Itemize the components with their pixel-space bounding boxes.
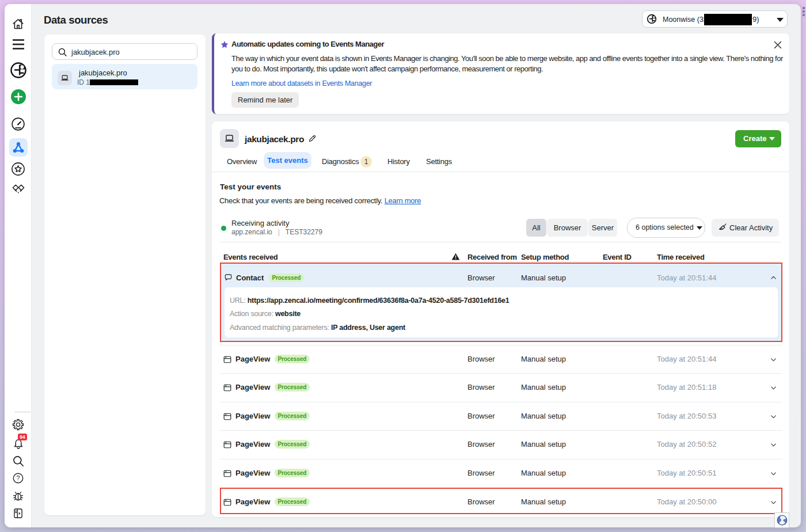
svg-text:?: ? [17,474,20,481]
